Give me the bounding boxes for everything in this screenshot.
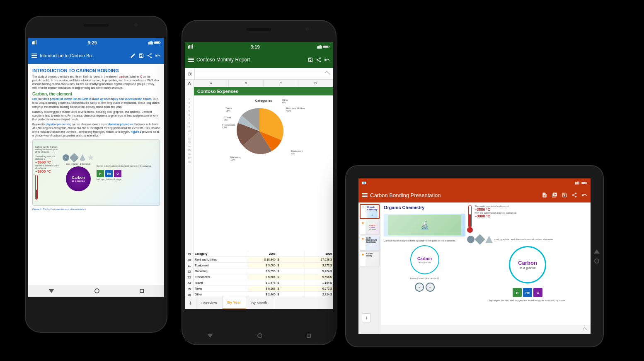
home-icon-excel[interactable]: [257, 333, 262, 338]
word-section1-title: Carbon, the element: [32, 92, 160, 96]
phone-speaker: [84, 24, 109, 27]
status-right-icons: [148, 41, 161, 45]
excel-formula-bar: fx: [185, 68, 333, 80]
back-icon-excel[interactable]: [207, 334, 213, 338]
undo-icon[interactable]: [155, 53, 161, 59]
slide-thumb-2[interactable]: ★ −3550 °C Carbon at a glance: [360, 220, 380, 235]
spreadsheet-title: Contoso Expenses: [197, 89, 238, 94]
excel-green-header: Contoso Expenses: [194, 87, 333, 95]
ppt-right-carbon-circle: Carbon at a glance: [467, 246, 588, 283]
svg-rect-30: [582, 183, 585, 184]
ppt-status-right: [575, 181, 587, 185]
ppt-carbon-circle: Carbon at a glance: [410, 245, 439, 274]
el-o: O: [533, 288, 542, 297]
svg-rect-25: [576, 182, 577, 184]
phone-camera: [134, 23, 138, 27]
phone-speaker-excel: [247, 28, 271, 31]
taxes-label: Taxes15%: [225, 107, 232, 112]
slide-thumb-3[interactable]: ★ Some Background Knowledge: [360, 236, 380, 251]
svg-rect-14: [191, 45, 191, 49]
element-h: H: [97, 170, 104, 177]
svg-rect-29: [587, 183, 587, 183]
ppt-doc-title: Carbon Bonding Presentation: [370, 192, 539, 198]
menu-icon[interactable]: [31, 54, 37, 58]
ppt-isotope-label: human Carbon-14 to carbon-12: [384, 277, 465, 280]
excel-toolbar: Contoso Monthly Report: [185, 51, 333, 68]
back-icon[interactable]: [48, 289, 54, 293]
excel-pie-chart-area: Categories Rent and Utilities41% Equipme…: [194, 95, 333, 166]
ppt-coal-label: coal, graphite, and diamonds are all car…: [494, 238, 588, 241]
undo-icon-excel[interactable]: [324, 57, 330, 63]
phone-excel: 3:19 Contoso Monthly Report: [182, 21, 336, 344]
slideshow-icon[interactable]: [552, 192, 557, 198]
document-icon[interactable]: [542, 192, 547, 198]
add-sheet-button[interactable]: +: [185, 297, 196, 309]
edit-icon[interactable]: [130, 53, 136, 59]
tablet-powerpoint: 📧 Carbon Bonding Presentation: [346, 166, 603, 346]
share-icon[interactable]: [147, 53, 153, 59]
excel-doc-title: Contoso Monthly Report: [196, 57, 305, 63]
back-button-tablet[interactable]: [594, 259, 599, 263]
ppt-carbon-subtext: at a glance: [417, 261, 432, 263]
word-infographic: Carbon has the highest melting/sublimati…: [32, 139, 160, 206]
home-icon[interactable]: [94, 288, 99, 293]
svg-rect-19: [320, 45, 321, 49]
recents-icon-excel[interactable]: [307, 334, 311, 338]
other-label: Other6%: [282, 99, 288, 104]
svg-rect-2: [34, 41, 35, 44]
word-section1-para1: One hundred percent of known life on Ear…: [32, 97, 160, 108]
element-o: O: [114, 170, 121, 177]
marketing-label: Marketing13%: [230, 156, 241, 161]
svg-rect-12: [188, 46, 189, 49]
tab-by-month[interactable]: By Month: [246, 296, 272, 309]
save-icon[interactable]: [138, 53, 144, 59]
chevron-up-ppt[interactable]: [583, 327, 587, 332]
formula-chevron[interactable]: [324, 71, 330, 76]
ppt-element-footer: hydrogen, helium, and oxygen are found i…: [467, 299, 588, 302]
svg-rect-1: [33, 41, 34, 44]
tab-by-year[interactable]: By Year: [223, 296, 247, 309]
add-slide-button[interactable]: +: [362, 313, 371, 322]
svg-rect-22: [329, 46, 330, 47]
svg-rect-8: [152, 41, 153, 44]
word-screen: 9:29 Introduction to Carbon Bo...: [28, 38, 164, 297]
share-icon-ppt[interactable]: [571, 192, 577, 198]
save-icon-ppt[interactable]: [562, 192, 567, 198]
tablet-nav-bar: [594, 249, 600, 263]
menu-icon-excel[interactable]: [188, 58, 194, 62]
ppt-carbon-label: Carbon at a glance: [417, 256, 432, 263]
tab-overview[interactable]: Overview: [196, 296, 223, 309]
temp2: −3800 °C: [35, 169, 60, 173]
excel-phone-nav: [185, 330, 333, 341]
slide-thumb-4[interactable]: ★ Carbon Dating: [360, 251, 380, 266]
excel-row-24: 24 Travel $ 1,476 $ 1,104 $: [185, 280, 333, 286]
excel-row-20: 20 Rent and Utilities $ 18,840 $ 17,628 …: [185, 257, 333, 263]
ppt-element-boxes: H He O: [467, 288, 588, 297]
share-icon-excel[interactable]: [316, 57, 322, 63]
menu-icon-ppt[interactable]: [362, 193, 368, 197]
word-figure-caption: Figure 1: Carbon's properties and charac…: [32, 208, 160, 210]
svg-rect-20: [321, 46, 322, 49]
formula-input[interactable]: [194, 68, 325, 79]
element-icons: H He O: [97, 170, 151, 177]
svg-rect-11: [155, 42, 159, 43]
row-num-header: [185, 80, 194, 87]
status-bar-excel: 3:19: [185, 42, 333, 51]
ppt-toolbar: Carbon Bonding Presentation: [358, 188, 591, 202]
excel-header-row: Contoso Expenses: [185, 87, 333, 95]
status-bar-word: 9:29: [28, 38, 164, 47]
recents-icon[interactable]: [140, 289, 144, 293]
save-icon-excel[interactable]: [307, 57, 313, 63]
undo-icon-ppt[interactable]: [581, 192, 587, 198]
word-doc-title: Introduction to Carbon Bo...: [40, 53, 128, 58]
diamonds-icon: [485, 236, 493, 243]
ppt-carbon-text: Carbon: [417, 256, 432, 261]
excel-col-headers: A B C D: [185, 80, 333, 87]
excel-chart-row: 2 3 4 5 6 7 8 9 10 11 12: [185, 95, 333, 251]
home-button-tablet[interactable]: [594, 249, 600, 254]
row-num-1: [185, 87, 194, 95]
slide-thumb-1[interactable]: 1 Organic Chemistry 🔬: [360, 204, 380, 219]
ppt-right-column: The melting point of a diamond −3550 °C …: [467, 205, 588, 322]
status-time: 9:29: [87, 40, 97, 45]
ppt-slide-content: Organic Chemistry 🔬 Carbon has the highe…: [381, 202, 591, 325]
